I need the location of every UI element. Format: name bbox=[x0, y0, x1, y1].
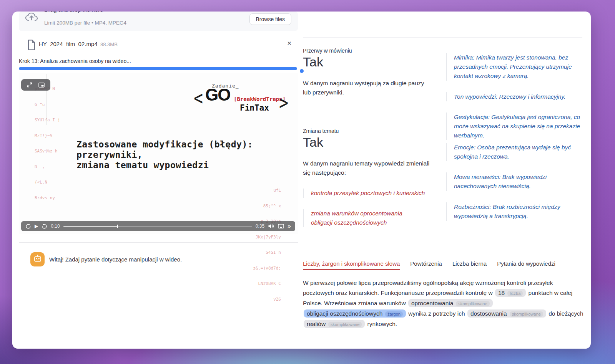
section-divider-top bbox=[303, 37, 582, 38]
slide-title-line: przerywniki, bbox=[76, 150, 253, 160]
highlight-number: 18liczba bbox=[495, 289, 526, 297]
highlight-complex: dostosowaniaskomplikowane bbox=[467, 309, 546, 318]
fullscreen-icon[interactable] bbox=[27, 82, 32, 88]
metric-pauses-description: W danym nagraniu występują za długie pau… bbox=[303, 79, 427, 97]
progress-step-label: Krok 13: Analiza zachowania osoby na wid… bbox=[19, 58, 131, 64]
slide-title-line: Zastosowane modyfikacje (błędy): bbox=[76, 139, 253, 150]
seek-bar[interactable] bbox=[63, 226, 252, 227]
file-dropzone[interactable]: Drag and drop file here Limit 200MB per … bbox=[19, 12, 298, 31]
progress-bar bbox=[19, 67, 297, 70]
assistant-avatar bbox=[30, 252, 45, 266]
topic-quote: zmiana warunków oprocentowania obligacji… bbox=[303, 209, 422, 227]
slide-title: Zastosowane modyfikacje (błędy): przeryw… bbox=[76, 139, 253, 170]
glitch-line: SASvj%z h bbox=[35, 149, 60, 154]
skip-back-icon[interactable] bbox=[25, 223, 31, 229]
video-overlay-toolbar bbox=[21, 79, 50, 91]
highlight-tag: skomplikowane bbox=[456, 301, 489, 306]
browse-files-button[interactable]: Browse files bbox=[249, 13, 291, 25]
file-document-icon bbox=[27, 40, 36, 52]
glitch-line: G ^u bbox=[35, 102, 60, 108]
glitch-line: D , bbox=[35, 164, 60, 170]
transcript-text: do bieżących bbox=[547, 310, 583, 317]
assistant-message: Witaj! Zadaj pytanie dotyczące manipulac… bbox=[49, 256, 182, 263]
metric-pauses-value: Tak bbox=[303, 55, 323, 69]
highlight-tag: skomplikowane bbox=[510, 311, 543, 317]
transcript-text: wynika z potrzeby ich bbox=[407, 310, 467, 317]
browse-files-label: Browse files bbox=[256, 16, 285, 22]
glitch-line: z&,=)y8d7d; bbox=[253, 266, 281, 271]
slide-logo: Zadanie_ < GO [BreakWordTraps] FinTax > bbox=[194, 80, 309, 120]
slide-title-line: zmiana tematu wypowiedzi bbox=[76, 160, 253, 170]
topic-quote: kontrola przesyłek pocztowych i kuriersk… bbox=[303, 189, 430, 198]
metric-topic-value: Tak bbox=[303, 135, 323, 150]
tab-passive-voice[interactable]: Liczba bierna bbox=[452, 260, 487, 270]
transcript-text: rynkowych. bbox=[366, 321, 397, 327]
highlight-complex: realiówskomplikowane bbox=[304, 320, 365, 328]
volume-icon[interactable] bbox=[268, 223, 274, 229]
glitch-line: LN#0BAK C bbox=[253, 281, 281, 286]
glitch-line: 85;^^ x bbox=[253, 204, 281, 209]
column-divider bbox=[298, 12, 298, 349]
glitch-line: SYUlfa I j bbox=[35, 117, 60, 123]
metric-pauses-label: Przerwy w mówieniu bbox=[303, 48, 352, 54]
slide-seam-right bbox=[283, 175, 283, 225]
remove-file-button[interactable]: ✕ bbox=[287, 40, 292, 47]
logo-bracket-right: > bbox=[279, 91, 288, 114]
cast-screen-icon[interactable] bbox=[278, 224, 284, 229]
highlight-word: 18 bbox=[498, 290, 505, 296]
cloud-upload-icon bbox=[25, 12, 38, 24]
observation-quote: Mowa nienawiści: Brak wypowiedzi nacecho… bbox=[446, 172, 581, 191]
glitch-line: {<L.N bbox=[35, 180, 60, 185]
metric-topic-description: W danym nagraniu tematy wypowiedzi zmien… bbox=[303, 159, 433, 177]
observation-quote: Emocje: Osoba prezentująca wydaje się by… bbox=[446, 143, 581, 161]
highlight-word: obligacji oszczędnościowych bbox=[307, 310, 382, 317]
highlight-jargon: obligacji oszczędnościowychżargon bbox=[304, 309, 406, 318]
picture-in-picture-icon[interactable] bbox=[38, 83, 45, 88]
uploaded-file-row: HY_2024_film_02.mp4 88.3MB ✕ bbox=[19, 38, 298, 51]
progress-bar-fill bbox=[19, 67, 297, 70]
play-button[interactable]: ▶ bbox=[35, 224, 38, 228]
current-time: 0:10 bbox=[51, 223, 60, 229]
glitch-text-left: pihW*P N G ^u SYUlfa I j MzT!}~S SASvj%z… bbox=[35, 76, 60, 211]
highlight-word: oprocentowania bbox=[411, 300, 453, 306]
tab-numbers-jargon[interactable]: Liczby, żargon i skomplikowane słowa bbox=[303, 260, 400, 270]
file-name: HY_2024_film_02.mp4 bbox=[39, 41, 98, 47]
blue-indicator-dot bbox=[300, 69, 304, 73]
logo-fintax-text: FinTax bbox=[240, 103, 269, 113]
highlight-complex: oprocentowaniaskomplikowane bbox=[408, 299, 493, 307]
seek-bar-handle[interactable] bbox=[117, 225, 118, 228]
duration-time: 0:35 bbox=[256, 223, 264, 229]
chat-section-divider bbox=[19, 242, 298, 243]
observation-quote: Mimika: Mimika twarzy jest stonowana, be… bbox=[446, 53, 581, 81]
glitch-text-right: ufL 85;^^ x z 2 10)h JKx|7yF3ly S4SI h z… bbox=[253, 177, 281, 312]
app-card: Drag and drop file here Limit 200MB per … bbox=[12, 12, 591, 349]
glitch-line: MzT!}~S bbox=[35, 133, 60, 139]
glitch-line: JKx|7yF3ly bbox=[253, 235, 281, 240]
metric-topic-label: Zmiana tematu bbox=[303, 128, 339, 134]
highlight-tag: liczba bbox=[507, 291, 523, 296]
skip-forward-icon[interactable] bbox=[42, 223, 47, 229]
fast-forward-icon[interactable]: » bbox=[288, 223, 291, 229]
file-size: 88.3MB bbox=[100, 41, 118, 47]
highlight-word: realiów bbox=[307, 321, 326, 327]
highlight-word: dostosowania bbox=[470, 310, 507, 317]
observation-quote: Rozbieżności: Brak rozbieżności między w… bbox=[446, 202, 581, 221]
glitch-line: ufL bbox=[253, 188, 281, 193]
video-player[interactable]: pihW*P N G ^u SYUlfa I j MzT!}~S SASvj%z… bbox=[19, 73, 298, 234]
highlight-tag: żargon bbox=[385, 311, 403, 317]
transcript-paragraph: W pierwszej połowie lipca przeprowadzili… bbox=[303, 278, 583, 329]
highlight-tag: skomplikowane bbox=[328, 322, 362, 327]
logo-brand-text: [BreakWordTraps] bbox=[234, 96, 286, 102]
logo-go-text: GO bbox=[205, 85, 230, 104]
upload-limit-text: Limit 200MB per file • MP4, MPEG4 bbox=[44, 20, 126, 26]
logo-bracket-left: < bbox=[194, 86, 203, 109]
section-divider bbox=[303, 113, 442, 113]
tab-repetitions[interactable]: Powtórzenia bbox=[410, 260, 442, 270]
dropzone-label: Drag and drop file here bbox=[44, 12, 103, 13]
tab-questions[interactable]: Pytania do wypowiedzi bbox=[497, 260, 555, 270]
section-divider bbox=[303, 242, 582, 242]
video-controls-bar: ▶ 0:10 0:35 » bbox=[21, 221, 295, 231]
observation-quote: Gestykulacja: Gestykulacja jest ogranicz… bbox=[446, 113, 581, 140]
seek-bar-played bbox=[63, 226, 117, 227]
analysis-tabs: Liczby, żargon i skomplikowane słowa Pow… bbox=[303, 260, 582, 270]
